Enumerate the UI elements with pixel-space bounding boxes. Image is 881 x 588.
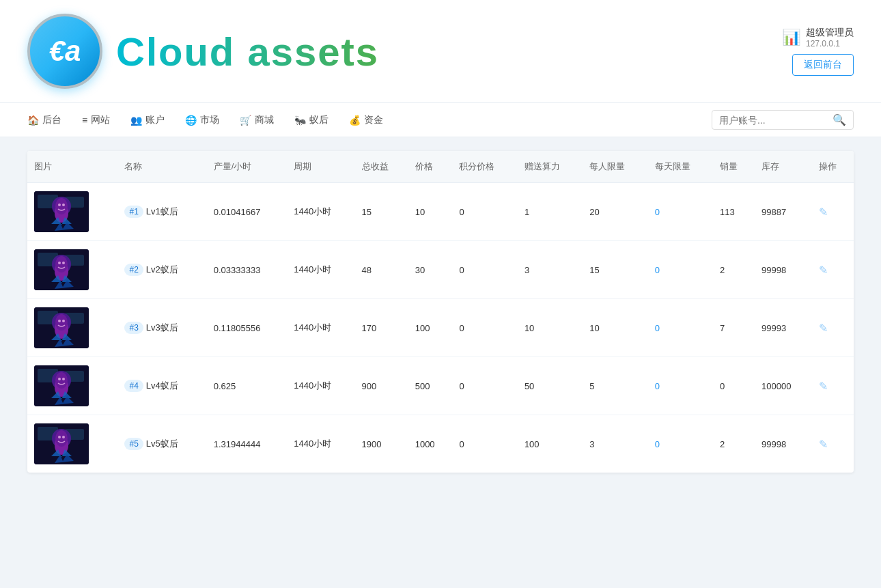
cell-total: 900 [355, 357, 408, 415]
col-rate: 产量/小时 [207, 151, 288, 183]
product-name: Lv1蚁后 [146, 206, 178, 216]
table-row: #2Lv2蚁后0.033333331440小时483003150299998✎ [27, 241, 854, 299]
product-id: #1 [124, 206, 143, 218]
cell-sales: 2 [713, 241, 755, 299]
nav-item-shop[interactable]: 🛒 商城 [240, 104, 274, 136]
cell-per-day: 0 [648, 299, 713, 357]
nav-item-market[interactable]: 🌐 市场 [185, 104, 219, 136]
product-thumbnail [34, 191, 89, 232]
cell-price: 100 [408, 299, 453, 357]
cell-rate: 0.01041667 [207, 183, 288, 241]
cell-per-person: 5 [583, 357, 647, 415]
product-name: Lv4蚁后 [146, 380, 178, 391]
cell-price: 30 [408, 241, 453, 299]
cell-price: 500 [408, 357, 453, 415]
col-points-price: 积分价格 [452, 151, 517, 183]
svg-point-47 [62, 436, 65, 438]
search-icon[interactable]: 🔍 [833, 113, 846, 126]
product-id: #5 [124, 438, 143, 450]
cell-action: ✎ [812, 357, 854, 415]
cell-cycle: 1440小时 [287, 299, 354, 357]
nav-item-website[interactable]: ≡ 网站 [82, 104, 110, 136]
svg-point-26 [58, 320, 61, 322]
cell-per-person: 3 [583, 415, 647, 473]
cell-cycle: 1440小时 [287, 241, 354, 299]
cell-image [27, 241, 117, 299]
svg-point-37 [62, 378, 65, 380]
cell-image [27, 415, 117, 473]
cell-points-price: 0 [452, 299, 517, 357]
admin-ip: 127.0.0.1 [806, 39, 854, 48]
cell-total: 1900 [355, 415, 408, 473]
edit-button[interactable]: ✎ [819, 264, 828, 276]
cell-stock: 99887 [755, 183, 812, 241]
search-box[interactable]: 🔍 [712, 110, 854, 130]
table-header-row: 图片 名称 产量/小时 周期 总收益 价格 积分价格 赠送算力 每人限量 每天限… [27, 151, 854, 183]
cell-name: #1Lv1蚁后 [117, 183, 206, 241]
col-cycle: 周期 [287, 151, 354, 183]
admin-icon: 📊 [782, 29, 800, 46]
cell-bonus-power: 10 [518, 299, 583, 357]
svg-point-46 [58, 436, 61, 438]
table-container: 图片 名称 产量/小时 周期 总收益 价格 积分价格 赠送算力 每人限量 每天限… [27, 151, 854, 473]
cell-rate: 0.03333333 [207, 241, 288, 299]
cell-action: ✎ [812, 299, 854, 357]
cell-cycle: 1440小时 [287, 183, 354, 241]
nav-item-dashboard[interactable]: 🏠 后台 [27, 104, 61, 136]
table-row: #4Lv4蚁后0.6251440小时900500050500100000✎ [27, 357, 854, 415]
nav-item-funds[interactable]: 💰 资金 [349, 104, 383, 136]
cell-sales: 7 [713, 299, 755, 357]
cell-stock: 100000 [755, 357, 812, 415]
svg-point-27 [62, 320, 65, 322]
nav-label-shop: 商城 [255, 114, 274, 126]
edit-button[interactable]: ✎ [819, 438, 828, 450]
logo-text: €a [49, 35, 81, 68]
nav-bar: 🏠 后台 ≡ 网站 👥 账户 🌐 市场 🛒 商城 🐜 蚁后 💰 资金 � [0, 103, 881, 137]
cell-name: #2Lv2蚁后 [117, 241, 206, 299]
svg-point-16 [58, 262, 61, 264]
nav-items: 🏠 后台 ≡ 网站 👥 账户 🌐 市场 🛒 商城 🐜 蚁后 💰 资金 [27, 104, 383, 136]
funds-icon: 💰 [349, 115, 361, 126]
main-content: 图片 名称 产量/小时 周期 总收益 价格 积分价格 赠送算力 每人限量 每天限… [0, 137, 881, 486]
col-per-person: 每人限量 [583, 151, 647, 183]
product-thumbnail [34, 307, 89, 348]
cell-points-price: 0 [452, 241, 517, 299]
cell-bonus-power: 100 [518, 415, 583, 473]
cell-image [27, 357, 117, 415]
table-row: #1Lv1蚁后0.010416671440小时15100120011399887… [27, 183, 854, 241]
website-icon: ≡ [82, 115, 87, 126]
cell-bonus-power: 50 [518, 357, 583, 415]
edit-button[interactable]: ✎ [819, 380, 828, 392]
product-id: #4 [124, 380, 143, 392]
cell-per-day: 0 [648, 357, 713, 415]
cell-stock: 99998 [755, 241, 812, 299]
search-input[interactable] [719, 115, 828, 126]
header-left: €a Cloud assets [27, 14, 379, 89]
cell-price: 10 [408, 183, 453, 241]
product-id: #3 [124, 322, 143, 334]
col-image: 图片 [27, 151, 117, 183]
ant-icon: 🐜 [294, 115, 306, 126]
market-icon: 🌐 [185, 115, 197, 126]
svg-point-7 [62, 204, 65, 206]
edit-button[interactable]: ✎ [819, 322, 828, 334]
cell-points-price: 0 [452, 183, 517, 241]
cell-per-person: 10 [583, 299, 647, 357]
edit-button[interactable]: ✎ [819, 206, 828, 218]
table-row: #5Lv5蚁后1.319444441440小时19001000010030299… [27, 415, 854, 473]
product-name: Lv2蚁后 [146, 264, 178, 275]
back-button[interactable]: 返回前台 [792, 54, 854, 76]
cell-per-person: 20 [583, 183, 647, 241]
product-thumbnail [34, 365, 89, 406]
col-sales: 销量 [713, 151, 755, 183]
cell-total: 170 [355, 299, 408, 357]
nav-label-account: 账户 [145, 114, 165, 126]
nav-item-account[interactable]: 👥 账户 [130, 104, 165, 136]
nav-label-funds: 资金 [364, 114, 383, 126]
cell-bonus-power: 1 [518, 183, 583, 241]
cell-points-price: 0 [452, 415, 517, 473]
nav-item-ant[interactable]: 🐜 蚁后 [294, 104, 328, 136]
cell-sales: 113 [713, 183, 755, 241]
product-thumbnail [34, 423, 89, 464]
cell-action: ✎ [812, 183, 854, 241]
